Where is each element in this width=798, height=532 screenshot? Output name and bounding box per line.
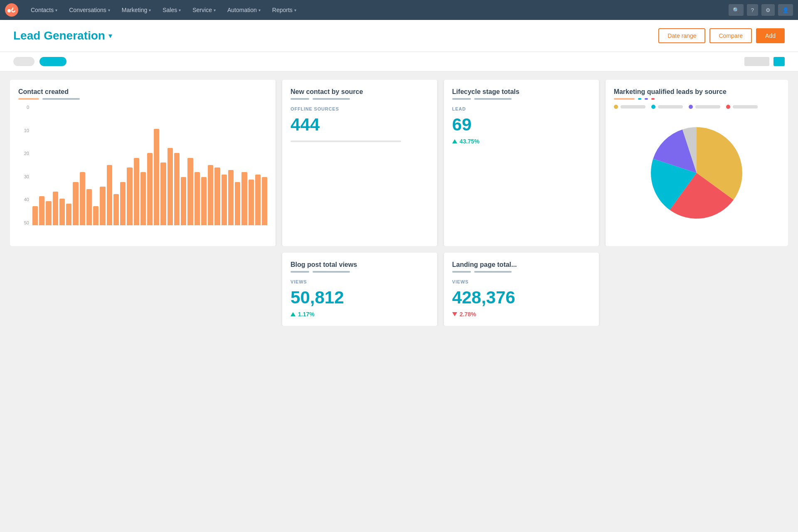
x-axis-label bbox=[100, 226, 105, 238]
bar-item[interactable] bbox=[214, 167, 220, 225]
bar-item[interactable] bbox=[107, 165, 112, 225]
x-axis-label bbox=[66, 226, 71, 238]
filter-right-tags bbox=[744, 57, 785, 66]
y-axis-label: 20 bbox=[18, 151, 31, 156]
nav-item-automation[interactable]: Automation ▾ bbox=[222, 0, 266, 20]
bar-item[interactable] bbox=[59, 199, 65, 225]
nav-item-marketing[interactable]: Marketing ▾ bbox=[116, 0, 157, 20]
bar-item[interactable] bbox=[187, 158, 193, 225]
filter-tag-2[interactable] bbox=[773, 57, 785, 66]
dashboard-dropdown-icon[interactable]: ▾ bbox=[108, 31, 112, 40]
legend-item bbox=[726, 105, 758, 109]
bar-item[interactable] bbox=[32, 206, 38, 225]
landing-page-card: Landing page total... VIEWS 428,376 2.78… bbox=[444, 253, 599, 326]
x-axis-label bbox=[249, 226, 254, 238]
page-header: Lead Generation ▾ Date range Compare Add bbox=[0, 20, 798, 52]
bar-item[interactable] bbox=[222, 175, 227, 225]
bar-item[interactable] bbox=[53, 192, 58, 225]
cards-row-1: Contact created 50403020100 New contact … bbox=[10, 80, 788, 246]
bar-item[interactable] bbox=[73, 182, 78, 225]
add-button[interactable]: Add bbox=[756, 28, 785, 43]
x-axis-label bbox=[93, 226, 99, 238]
nav-item-sales[interactable]: Sales ▾ bbox=[157, 0, 187, 20]
bars-container bbox=[32, 105, 267, 225]
hubspot-logo[interactable] bbox=[5, 3, 18, 17]
x-axis-label bbox=[134, 226, 139, 238]
filter-tag-1[interactable] bbox=[744, 57, 769, 66]
filter-bar bbox=[0, 52, 798, 71]
metric-change: 1.17% bbox=[291, 311, 429, 318]
card-subtitle-bars bbox=[452, 98, 591, 100]
x-axis-label bbox=[241, 226, 247, 238]
bar-item[interactable] bbox=[235, 182, 240, 225]
nav-item-service[interactable]: Service ▾ bbox=[187, 0, 222, 20]
nav-search-button[interactable]: 🔍 bbox=[729, 4, 744, 16]
bar-item[interactable] bbox=[160, 163, 166, 225]
bar-item[interactable] bbox=[208, 165, 213, 225]
metric-value: 69 bbox=[452, 115, 591, 135]
date-range-button[interactable]: Date range bbox=[658, 28, 705, 43]
bar-item[interactable] bbox=[195, 172, 200, 225]
x-axis-label bbox=[167, 226, 173, 238]
bar-item[interactable] bbox=[140, 172, 146, 225]
metric-value: 444 bbox=[291, 115, 429, 135]
nav-item-reports[interactable]: Reports ▾ bbox=[266, 0, 302, 20]
bar-item[interactable] bbox=[66, 204, 71, 225]
x-axis-label bbox=[214, 226, 220, 238]
x-axis-label bbox=[120, 226, 126, 238]
metric-value: 50,812 bbox=[291, 288, 429, 308]
x-axis-label bbox=[228, 226, 234, 238]
bar-item[interactable] bbox=[249, 180, 254, 225]
blog-post-card: Blog post total views VIEWS 50,812 1.17% bbox=[282, 253, 437, 326]
header-actions: Date range Compare Add bbox=[658, 28, 785, 43]
nav-item-conversations[interactable]: Conversations ▾ bbox=[63, 0, 116, 20]
bar-item[interactable] bbox=[134, 158, 139, 225]
change-pct: 2.78% bbox=[460, 311, 476, 318]
compare-button[interactable]: Compare bbox=[709, 28, 752, 43]
cards-row-2: Blog post total views VIEWS 50,812 1.17%… bbox=[10, 253, 788, 326]
bar-item[interactable] bbox=[181, 177, 186, 225]
nav-items: Contacts ▾ Conversations ▾ Marketing ▾ S… bbox=[25, 0, 729, 20]
card-title: Landing page total... bbox=[452, 261, 591, 268]
new-contact-by-source-card: New contact by source OFFLINE SOURCES 44… bbox=[282, 80, 437, 246]
nav-item-contacts[interactable]: Contacts ▾ bbox=[25, 0, 63, 20]
card-title: Contact created bbox=[18, 88, 267, 96]
chevron-down-icon: ▾ bbox=[55, 8, 57, 12]
pie-chart bbox=[614, 115, 780, 231]
x-axis-label bbox=[59, 226, 65, 238]
bar-item[interactable] bbox=[39, 196, 44, 225]
bar-item[interactable] bbox=[167, 148, 173, 225]
bar-item[interactable] bbox=[93, 206, 99, 225]
bar-item[interactable] bbox=[100, 187, 105, 225]
bar-item[interactable] bbox=[80, 172, 85, 225]
card-subtitle-bars bbox=[291, 271, 429, 273]
x-axis-labels bbox=[32, 226, 267, 238]
metric-change: 2.78% bbox=[452, 311, 591, 318]
bar-item[interactable] bbox=[120, 182, 126, 225]
x-axis-label bbox=[32, 226, 38, 238]
bar-item[interactable] bbox=[154, 129, 159, 225]
bar-item[interactable] bbox=[174, 153, 180, 225]
filter-pill-1[interactable] bbox=[13, 57, 34, 66]
dashboard: Contact created 50403020100 New contact … bbox=[0, 71, 798, 532]
bar-item[interactable] bbox=[241, 172, 247, 225]
card-header: Marketing qualified leads by source bbox=[614, 88, 780, 100]
bar-item[interactable] bbox=[147, 153, 153, 225]
bar-item[interactable] bbox=[127, 167, 132, 225]
change-pct: 1.17% bbox=[298, 311, 315, 318]
metric-label: VIEWS bbox=[291, 279, 429, 284]
x-axis-label bbox=[127, 226, 132, 238]
bar-item[interactable] bbox=[86, 189, 92, 225]
bar-item[interactable] bbox=[201, 177, 207, 225]
nav-help-button[interactable]: ? bbox=[747, 4, 758, 16]
bar-item[interactable] bbox=[113, 194, 119, 225]
filter-pill-2[interactable] bbox=[39, 57, 66, 66]
x-axis-label bbox=[187, 226, 193, 238]
nav-avatar-button[interactable]: 👤 bbox=[778, 4, 793, 16]
nav-settings-button[interactable]: ⚙ bbox=[761, 4, 775, 16]
bar-item[interactable] bbox=[255, 175, 261, 225]
navbar: Contacts ▾ Conversations ▾ Marketing ▾ S… bbox=[0, 0, 798, 20]
bar-item[interactable] bbox=[262, 177, 267, 225]
bar-item[interactable] bbox=[228, 170, 234, 225]
bar-item[interactable] bbox=[46, 201, 51, 225]
